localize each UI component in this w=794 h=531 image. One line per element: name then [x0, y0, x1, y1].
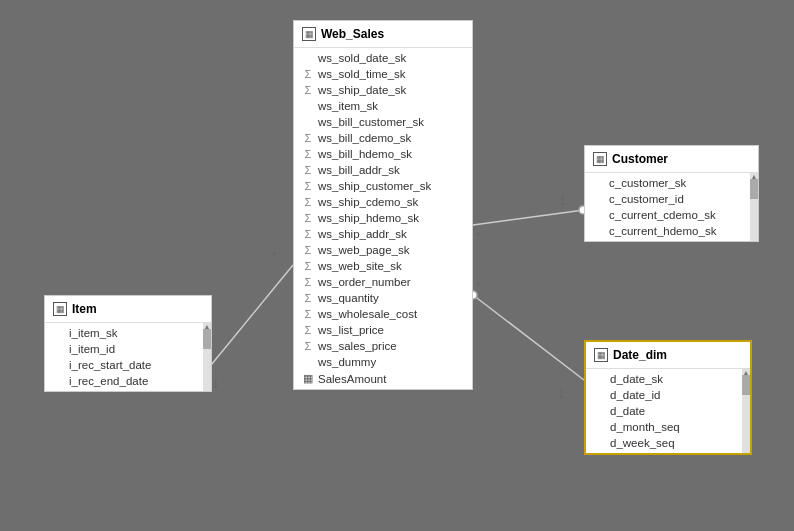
svg-line-0 [207, 265, 293, 370]
field-ws-dummy: ws_dummy [294, 354, 472, 370]
field-c-hdemo: c_current_hdemo_sk [585, 223, 758, 239]
field-c-sk: c_customer_sk [585, 175, 758, 191]
rel-label-item-ws-star: * [272, 250, 277, 262]
item-scrollbar[interactable]: ▲ [203, 323, 211, 391]
table-header-web-sales: ▦ Web_Sales [294, 21, 472, 48]
field-ws-bill-addr: Σws_bill_addr_sk [294, 162, 472, 178]
field-i-start: i_rec_start_date [45, 357, 211, 373]
table-icon-web-sales: ▦ [302, 27, 316, 41]
table-body-item: i_item_sk i_item_id i_rec_start_date i_r… [45, 323, 211, 391]
field-ws-wholesale: Σws_wholesale_cost [294, 306, 472, 322]
scroll-thumb-date [742, 375, 750, 395]
scroll-up-date: ▲ [742, 369, 750, 373]
field-i-end: i_rec_end_date [45, 373, 211, 389]
table-icon-customer: ▦ [593, 152, 607, 166]
table-body-date-dim: d_date_sk d_date_id d_date d_month_seq d… [586, 369, 750, 453]
field-i-sk: i_item_sk [45, 325, 211, 341]
field-ws-quantity: Σws_quantity [294, 290, 472, 306]
scroll-up-item: ▲ [203, 323, 211, 327]
field-d-month: d_month_seq [586, 419, 750, 435]
table-item[interactable]: ▦ Item i_item_sk i_item_id i_rec_start_d… [44, 295, 212, 392]
field-ws-bill-cdemo: Σws_bill_cdemo_sk [294, 130, 472, 146]
svg-line-4 [473, 295, 584, 380]
field-d-sk: d_date_sk [586, 371, 750, 387]
field-ws-sold-time: Σws_sold_time_sk [294, 66, 472, 82]
table-header-item: ▦ Item [45, 296, 211, 323]
table-header-date-dim: ▦ Date_dim [586, 342, 750, 369]
table-body-web-sales: ws_sold_date_sk Σws_sold_time_sk Σws_shi… [294, 48, 472, 389]
field-ws-ship-cust: Σws_ship_customer_sk [294, 178, 472, 194]
field-ws-ship-cdemo: Σws_ship_cdemo_sk [294, 194, 472, 210]
field-ws-web-site: Σws_web_site_sk [294, 258, 472, 274]
table-web-sales[interactable]: ▦ Web_Sales ws_sold_date_sk Σws_sold_tim… [293, 20, 473, 390]
field-ws-web-page: Σws_web_page_sk [294, 242, 472, 258]
svg-line-2 [473, 210, 584, 225]
table-date-dim[interactable]: ▦ Date_dim d_date_sk d_date_id d_date d_… [584, 340, 752, 455]
rel-label-ws-date-star: * [476, 280, 481, 292]
field-ws-bill-cust: ws_bill_customer_sk [294, 114, 472, 130]
date-dim-scrollbar[interactable]: ▲ [742, 369, 750, 453]
table-body-customer: c_customer_sk c_customer_id c_current_cd… [585, 173, 758, 241]
field-ws-order-num: Σws_order_number [294, 274, 472, 290]
scroll-thumb-customer [750, 179, 758, 199]
field-d-id: d_date_id [586, 387, 750, 403]
field-ws-bill-hdemo: Σws_bill_hdemo_sk [294, 146, 472, 162]
field-ws-sales-price: Σws_sales_price [294, 338, 472, 354]
scroll-up-customer: ▲ [750, 173, 758, 177]
field-ws-ship-date: Σws_ship_date_sk [294, 82, 472, 98]
rel-label-ws-date-1: 1 [558, 389, 564, 400]
table-icon-item: ▦ [53, 302, 67, 316]
field-ws-sales-amount: ▦SalesAmount [294, 370, 472, 387]
rel-label-item-ws-1: 1 [213, 379, 219, 390]
table-customer[interactable]: ▦ Customer c_customer_sk c_customer_id c… [584, 145, 759, 242]
field-d-week: d_week_seq [586, 435, 750, 451]
field-c-cdemo: c_current_cdemo_sk [585, 207, 758, 223]
table-icon-date-dim: ▦ [594, 348, 608, 362]
field-c-id: c_customer_id [585, 191, 758, 207]
field-ws-list-price: Σws_list_price [294, 322, 472, 338]
customer-scrollbar[interactable]: ▲ [750, 173, 758, 241]
field-ws-item: ws_item_sk [294, 98, 472, 114]
field-ws-sold-date: ws_sold_date_sk [294, 50, 472, 66]
field-ws-ship-hdemo: Σws_ship_hdemo_sk [294, 210, 472, 226]
field-d-date: d_date [586, 403, 750, 419]
rel-label-ws-cust-1: 1 [560, 196, 566, 207]
rel-label-ws-cust-star: * [476, 230, 481, 242]
field-ws-ship-addr: Σws_ship_addr_sk [294, 226, 472, 242]
field-i-id: i_item_id [45, 341, 211, 357]
table-header-customer: ▦ Customer [585, 146, 758, 173]
scroll-thumb-item [203, 329, 211, 349]
